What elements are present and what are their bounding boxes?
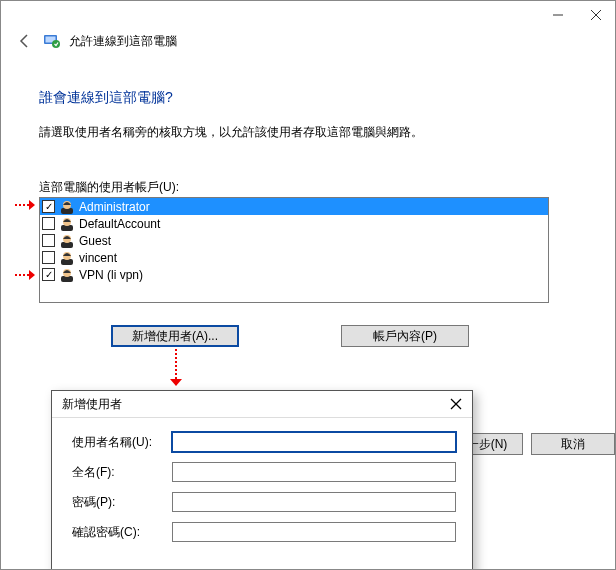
account-properties-button[interactable]: 帳戶內容(P) xyxy=(341,325,469,347)
callout-arrow-icon xyxy=(15,200,35,210)
password-input[interactable] xyxy=(172,492,456,512)
titlebar-controls xyxy=(539,1,615,29)
dialog-close-button[interactable] xyxy=(446,394,466,414)
list-item[interactable]: DefaultAccount xyxy=(40,215,548,232)
user-checkbox[interactable] xyxy=(42,234,55,247)
user-name: Administrator xyxy=(79,200,548,214)
user-icon xyxy=(59,250,75,266)
fullname-label: 全名(F): xyxy=(72,464,172,481)
svg-point-5 xyxy=(52,40,60,48)
list-item[interactable]: ✓Administrator xyxy=(40,198,548,215)
user-icon xyxy=(59,216,75,232)
user-checkbox[interactable]: ✓ xyxy=(42,200,55,213)
dialog-footer: 確定 取消 xyxy=(52,560,472,570)
minimize-button[interactable] xyxy=(539,1,577,29)
close-button[interactable] xyxy=(577,1,615,29)
username-input[interactable] xyxy=(172,432,456,452)
callout-arrow-icon xyxy=(15,270,35,280)
user-name: VPN (li vpn) xyxy=(79,268,548,282)
password-label: 密碼(P): xyxy=(72,494,172,511)
list-item[interactable]: vincent xyxy=(40,249,548,266)
close-icon xyxy=(591,10,601,20)
list-item[interactable]: ✓VPN (li vpn) xyxy=(40,266,548,283)
user-checkbox[interactable]: ✓ xyxy=(42,268,55,281)
page-question: 誰會連線到這部電腦? xyxy=(39,89,593,107)
back-button[interactable] xyxy=(15,31,35,51)
add-user-dialog: 新增使用者 使用者名稱(U): 全名(F): 密碼(P): 確認密碼(C): xyxy=(51,390,473,570)
user-name: vincent xyxy=(79,251,548,265)
header-title: 允許連線到這部電腦 xyxy=(69,33,177,50)
dialog-body: 使用者名稱(U): 全名(F): 密碼(P): 確認密碼(C): xyxy=(52,418,472,560)
list-label: 這部電腦的使用者帳戶(U): xyxy=(39,179,593,196)
user-name: DefaultAccount xyxy=(79,217,548,231)
arrow-left-icon xyxy=(18,34,32,48)
close-icon xyxy=(450,398,462,410)
fullname-input[interactable] xyxy=(172,462,456,482)
user-icon xyxy=(59,199,75,215)
user-listbox[interactable]: ✓AdministratorDefaultAccountGuestvincent… xyxy=(39,197,549,303)
callout-arrow-down-icon xyxy=(171,349,181,387)
user-icon xyxy=(59,267,75,283)
page-instruction: 請選取使用者名稱旁的核取方塊，以允許該使用者存取這部電腦與網路。 xyxy=(39,124,593,141)
username-label: 使用者名稱(U): xyxy=(72,434,172,451)
user-name: Guest xyxy=(79,234,548,248)
cancel-button[interactable]: 取消 xyxy=(531,433,615,455)
add-user-button[interactable]: 新增使用者(A)... xyxy=(111,325,239,347)
confirm-password-input[interactable] xyxy=(172,522,456,542)
header: 允許連線到這部電腦 xyxy=(15,31,177,51)
window-root: 允許連線到這部電腦 誰會連線到這部電腦? 請選取使用者名稱旁的核取方塊，以允許該… xyxy=(0,0,616,570)
remote-desktop-icon xyxy=(43,32,61,50)
dialog-title: 新增使用者 xyxy=(62,396,122,413)
user-checkbox[interactable] xyxy=(42,217,55,230)
confirm-password-label: 確認密碼(C): xyxy=(72,524,172,541)
list-item[interactable]: Guest xyxy=(40,232,548,249)
minimize-icon xyxy=(553,10,563,20)
user-checkbox[interactable] xyxy=(42,251,55,264)
user-icon xyxy=(59,233,75,249)
